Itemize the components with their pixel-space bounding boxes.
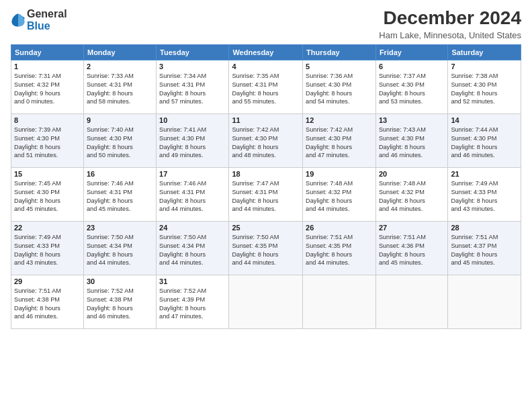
day-info: Sunrise: 7:34 AMSunset: 4:31 PMDaylight:… (159, 72, 226, 107)
day-number: 19 (306, 170, 373, 178)
day-number: 25 (232, 224, 300, 232)
calendar-cell: 19Sunrise: 7:48 AMSunset: 4:32 PMDayligh… (303, 167, 376, 221)
logo-text: General Blue (27, 8, 67, 32)
day-number: 10 (159, 116, 226, 124)
calendar-page: General Blue December 2024 Ham Lake, Min… (0, 0, 532, 411)
day-info: Sunrise: 7:46 AMSunset: 4:31 PMDaylight:… (159, 179, 226, 214)
day-number: 3 (159, 62, 226, 71)
calendar-cell (303, 275, 376, 328)
calendar-cell (448, 275, 521, 328)
calendar-cell: 10Sunrise: 7:41 AMSunset: 4:30 PMDayligh… (157, 113, 229, 167)
calendar-week-4: 22Sunrise: 7:49 AMSunset: 4:33 PMDayligh… (11, 221, 521, 275)
day-number: 20 (379, 170, 445, 178)
day-number: 26 (306, 224, 373, 232)
day-number: 23 (87, 224, 153, 232)
calendar-cell: 29Sunrise: 7:51 AMSunset: 4:38 PMDayligh… (11, 275, 84, 328)
day-info: Sunrise: 7:51 AMSunset: 4:38 PMDaylight:… (14, 287, 81, 322)
day-number: 2 (87, 62, 153, 71)
day-number: 4 (232, 62, 300, 71)
calendar-cell: 18Sunrise: 7:47 AMSunset: 4:31 PMDayligh… (229, 167, 303, 221)
calendar-cell: 2Sunrise: 7:33 AMSunset: 4:31 PMDaylight… (83, 60, 156, 113)
calendar-cell: 26Sunrise: 7:51 AMSunset: 4:35 PMDayligh… (303, 221, 376, 275)
day-info: Sunrise: 7:31 AMSunset: 4:32 PMDaylight:… (14, 72, 81, 107)
calendar-cell: 16Sunrise: 7:46 AMSunset: 4:31 PMDayligh… (83, 167, 156, 221)
calendar-week-2: 8Sunrise: 7:39 AMSunset: 4:30 PMDaylight… (11, 113, 521, 167)
calendar-cell: 3Sunrise: 7:34 AMSunset: 4:31 PMDaylight… (157, 60, 229, 113)
day-number: 17 (159, 170, 226, 178)
weekday-header-thursday: Thursday (303, 44, 376, 60)
day-number: 22 (14, 224, 81, 232)
calendar-cell: 8Sunrise: 7:39 AMSunset: 4:30 PMDaylight… (11, 113, 84, 167)
day-info: Sunrise: 7:36 AMSunset: 4:30 PMDaylight:… (306, 72, 373, 107)
page-header: General Blue December 2024 Ham Lake, Min… (11, 8, 521, 40)
day-number: 8 (14, 116, 81, 124)
day-number: 15 (14, 170, 81, 178)
day-info: Sunrise: 7:48 AMSunset: 4:32 PMDaylight:… (379, 179, 445, 214)
day-number: 24 (159, 224, 226, 232)
weekday-header-monday: Monday (83, 44, 156, 60)
calendar-cell: 20Sunrise: 7:48 AMSunset: 4:32 PMDayligh… (375, 167, 448, 221)
calendar-cell: 15Sunrise: 7:45 AMSunset: 4:30 PMDayligh… (11, 167, 84, 221)
day-info: Sunrise: 7:52 AMSunset: 4:38 PMDaylight:… (87, 287, 153, 322)
calendar-cell: 21Sunrise: 7:49 AMSunset: 4:33 PMDayligh… (448, 167, 521, 221)
day-info: Sunrise: 7:50 AMSunset: 4:34 PMDaylight:… (87, 233, 153, 268)
calendar-cell: 9Sunrise: 7:40 AMSunset: 4:30 PMDaylight… (83, 113, 156, 167)
day-info: Sunrise: 7:50 AMSunset: 4:34 PMDaylight:… (159, 233, 226, 268)
day-info: Sunrise: 7:49 AMSunset: 4:33 PMDaylight:… (451, 179, 518, 214)
day-info: Sunrise: 7:33 AMSunset: 4:31 PMDaylight:… (87, 72, 153, 107)
calendar-cell: 14Sunrise: 7:44 AMSunset: 4:30 PMDayligh… (448, 113, 521, 167)
calendar-cell (229, 275, 303, 328)
day-number: 7 (451, 62, 518, 71)
day-info: Sunrise: 7:46 AMSunset: 4:31 PMDaylight:… (87, 179, 153, 214)
calendar-week-1: 1Sunrise: 7:31 AMSunset: 4:32 PMDaylight… (11, 60, 521, 113)
calendar-cell: 11Sunrise: 7:42 AMSunset: 4:30 PMDayligh… (229, 113, 303, 167)
calendar-table: SundayMondayTuesdayWednesdayThursdayFrid… (11, 44, 521, 329)
title-block: December 2024 Ham Lake, Minnesota, Unite… (379, 8, 521, 40)
calendar-cell: 4Sunrise: 7:35 AMSunset: 4:31 PMDaylight… (229, 60, 303, 113)
day-info: Sunrise: 7:40 AMSunset: 4:30 PMDaylight:… (87, 126, 153, 161)
calendar-week-5: 29Sunrise: 7:51 AMSunset: 4:38 PMDayligh… (11, 275, 521, 328)
weekday-header-sunday: Sunday (11, 44, 84, 60)
logo: General Blue (11, 8, 67, 32)
calendar-cell: 12Sunrise: 7:42 AMSunset: 4:30 PMDayligh… (303, 113, 376, 167)
day-info: Sunrise: 7:50 AMSunset: 4:35 PMDaylight:… (232, 233, 300, 268)
day-info: Sunrise: 7:42 AMSunset: 4:30 PMDaylight:… (232, 126, 300, 161)
day-info: Sunrise: 7:51 AMSunset: 4:37 PMDaylight:… (451, 233, 518, 268)
day-info: Sunrise: 7:51 AMSunset: 4:36 PMDaylight:… (379, 233, 445, 268)
day-number: 14 (451, 116, 518, 124)
day-number: 13 (379, 116, 445, 124)
calendar-header-row: SundayMondayTuesdayWednesdayThursdayFrid… (11, 44, 521, 60)
calendar-cell: 30Sunrise: 7:52 AMSunset: 4:38 PMDayligh… (83, 275, 156, 328)
day-number: 18 (232, 170, 300, 178)
day-info: Sunrise: 7:44 AMSunset: 4:30 PMDaylight:… (451, 126, 518, 161)
day-info: Sunrise: 7:49 AMSunset: 4:33 PMDaylight:… (14, 233, 81, 268)
calendar-cell: 6Sunrise: 7:37 AMSunset: 4:30 PMDaylight… (375, 60, 448, 113)
day-number: 6 (379, 62, 445, 71)
day-info: Sunrise: 7:38 AMSunset: 4:30 PMDaylight:… (451, 72, 518, 107)
calendar-cell: 7Sunrise: 7:38 AMSunset: 4:30 PMDaylight… (448, 60, 521, 113)
page-title: December 2024 (379, 8, 521, 29)
day-info: Sunrise: 7:37 AMSunset: 4:30 PMDaylight:… (379, 72, 445, 107)
weekday-header-tuesday: Tuesday (157, 44, 229, 60)
day-number: 1 (14, 62, 81, 71)
day-number: 12 (306, 116, 373, 124)
day-number: 27 (379, 224, 445, 232)
day-number: 30 (87, 277, 153, 285)
calendar-cell: 5Sunrise: 7:36 AMSunset: 4:30 PMDaylight… (303, 60, 376, 113)
day-number: 31 (159, 277, 226, 285)
day-info: Sunrise: 7:51 AMSunset: 4:35 PMDaylight:… (306, 233, 373, 268)
calendar-cell: 22Sunrise: 7:49 AMSunset: 4:33 PMDayligh… (11, 221, 84, 275)
day-number: 16 (87, 170, 153, 178)
calendar-cell: 25Sunrise: 7:50 AMSunset: 4:35 PMDayligh… (229, 221, 303, 275)
weekday-header-saturday: Saturday (448, 44, 521, 60)
day-info: Sunrise: 7:52 AMSunset: 4:39 PMDaylight:… (159, 287, 226, 322)
day-number: 5 (306, 62, 373, 71)
logo-icon (11, 13, 26, 28)
calendar-cell: 17Sunrise: 7:46 AMSunset: 4:31 PMDayligh… (157, 167, 229, 221)
day-info: Sunrise: 7:45 AMSunset: 4:30 PMDaylight:… (14, 179, 81, 214)
day-number: 9 (87, 116, 153, 124)
day-info: Sunrise: 7:41 AMSunset: 4:30 PMDaylight:… (159, 126, 226, 161)
weekday-header-wednesday: Wednesday (229, 44, 303, 60)
calendar-cell: 24Sunrise: 7:50 AMSunset: 4:34 PMDayligh… (157, 221, 229, 275)
calendar-cell: 27Sunrise: 7:51 AMSunset: 4:36 PMDayligh… (375, 221, 448, 275)
